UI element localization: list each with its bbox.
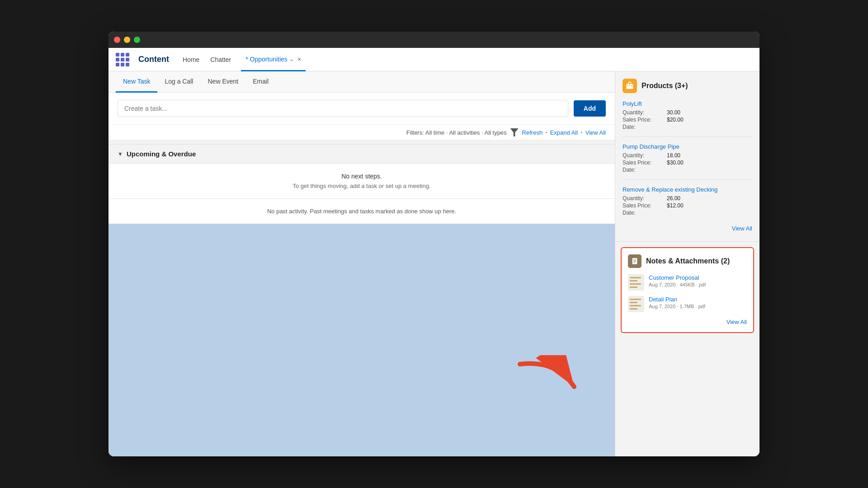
products-icon — [623, 79, 637, 93]
blue-background — [108, 224, 615, 456]
attachment-meta-detail: Aug 7, 2020 · 1.7MB · pdf — [649, 304, 747, 309]
upcoming-section: ▼ Upcoming & Overdue No next steps. To g… — [108, 144, 615, 224]
tab-log-call[interactable]: Log a Call — [157, 71, 200, 93]
task-input-row: Add — [108, 93, 615, 124]
product-details-polylift: Quantity: 30.00 Sales Price: $20.00 Date… — [623, 109, 752, 130]
products-section: Products (3+) PolyLift Quantity: 30.00 S… — [615, 71, 760, 242]
app-grid-icon[interactable] — [116, 53, 129, 66]
tab-close-icon[interactable]: × — [297, 56, 301, 63]
tab-chevron-icon: ⌄ — [289, 56, 294, 62]
activity-tabs: New Task Log a Call New Event Email — [108, 71, 615, 93]
activity-section: New Task Log a Call New Event Email Add … — [108, 71, 615, 141]
product-item-pump: Pump Discharge Pipe Quantity: 18.00 Sale… — [623, 142, 752, 173]
attachment-name-proposal[interactable]: Customer Proposal — [649, 274, 747, 281]
task-input[interactable] — [118, 100, 568, 117]
attachment-thumb-proposal — [628, 274, 644, 291]
upcoming-empty-title: No next steps. — [118, 173, 606, 180]
attachment-info-proposal: Customer Proposal Aug 7, 2020 · 445KB · … — [649, 274, 747, 287]
svg-rect-0 — [627, 84, 633, 89]
tab-new-event[interactable]: New Event — [200, 71, 245, 93]
maximize-button[interactable] — [134, 37, 140, 43]
nav-chatter[interactable]: Chatter — [209, 54, 232, 65]
nav-tab-opportunities[interactable]: * Opportunities ⌄ × — [241, 48, 306, 71]
notes-title: Notes & Attachments (2) — [646, 257, 730, 265]
products-view-all: View All — [623, 222, 752, 234]
notes-icon — [628, 254, 642, 268]
product-details-decking: Quantity: 26.00 Sales Price: $12.00 Date… — [623, 195, 752, 216]
left-panel: New Task Log a Call New Event Email Add … — [108, 71, 615, 456]
product-name-decking[interactable]: Remove & Replace existing Decking — [623, 186, 717, 193]
upcoming-empty-subtitle: To get things moving, add a task or set … — [118, 183, 606, 189]
filters-label: Filters: All time · All activities · All… — [406, 129, 507, 136]
view-all-activity-link[interactable]: View All — [585, 129, 606, 136]
attachment-meta-proposal: Aug 7, 2020 · 445KB · pdf — [649, 282, 747, 287]
attachment-item-detail: Detail Plan Aug 7, 2020 · 1.7MB · pdf — [628, 296, 747, 312]
add-button[interactable]: Add — [574, 100, 606, 117]
filter-icon[interactable] — [510, 128, 519, 136]
notes-view-all-link[interactable]: View All — [726, 319, 747, 325]
products-view-all-link[interactable]: View All — [732, 225, 752, 232]
traffic-lights — [114, 37, 140, 43]
product-item-decking: Remove & Replace existing Decking Quanti… — [623, 185, 752, 216]
app-name: Content — [138, 55, 169, 64]
filter-links: Refresh • Expand All • View All — [522, 129, 606, 136]
tab-new-task[interactable]: New Task — [116, 71, 157, 93]
products-title: Products (3+) — [642, 82, 688, 90]
nav-bar: Content Home Chatter * Opportunities ⌄ × — [108, 48, 760, 71]
close-button[interactable] — [114, 37, 120, 43]
product-details-pump: Quantity: 18.00 Sales Price: $30.00 Date… — [623, 152, 752, 173]
notes-section: Notes & Attachments (2) Customer Proposa… — [621, 247, 754, 333]
chevron-down-icon: ▼ — [118, 151, 123, 157]
minimize-button[interactable] — [124, 37, 130, 43]
attachment-name-detail[interactable]: Detail Plan — [649, 296, 747, 303]
nav-home[interactable]: Home — [182, 54, 200, 65]
title-bar — [108, 32, 760, 48]
content-wrapper: New Task Log a Call New Event Email Add … — [108, 71, 760, 456]
notes-header: Notes & Attachments (2) — [628, 254, 747, 268]
upcoming-header-text: Upcoming & Overdue — [127, 150, 196, 158]
expand-all-link[interactable]: Expand All — [550, 129, 578, 136]
refresh-link[interactable]: Refresh — [522, 129, 543, 136]
attachment-info-detail: Detail Plan Aug 7, 2020 · 1.7MB · pdf — [649, 296, 747, 309]
filters-bar: Filters: All time · All activities · All… — [108, 124, 615, 140]
attachment-thumb-detail — [628, 296, 644, 312]
product-name-pump[interactable]: Pump Discharge Pipe — [623, 143, 679, 150]
past-activity-text: No past activity. Past meetings and task… — [108, 198, 615, 224]
right-panel: Products (3+) PolyLift Quantity: 30.00 S… — [615, 71, 760, 456]
notes-view-all: View All — [628, 318, 747, 326]
product-item-polylift: PolyLift Quantity: 30.00 Sales Price: $2… — [623, 99, 752, 130]
upcoming-header[interactable]: ▼ Upcoming & Overdue — [108, 144, 615, 164]
tab-email[interactable]: Email — [245, 71, 276, 93]
upcoming-body: No next steps. To get things moving, add… — [108, 164, 615, 198]
product-name-polylift[interactable]: PolyLift — [623, 100, 642, 107]
attachment-item-proposal: Customer Proposal Aug 7, 2020 · 445KB · … — [628, 274, 747, 291]
products-header: Products (3+) — [623, 79, 752, 93]
